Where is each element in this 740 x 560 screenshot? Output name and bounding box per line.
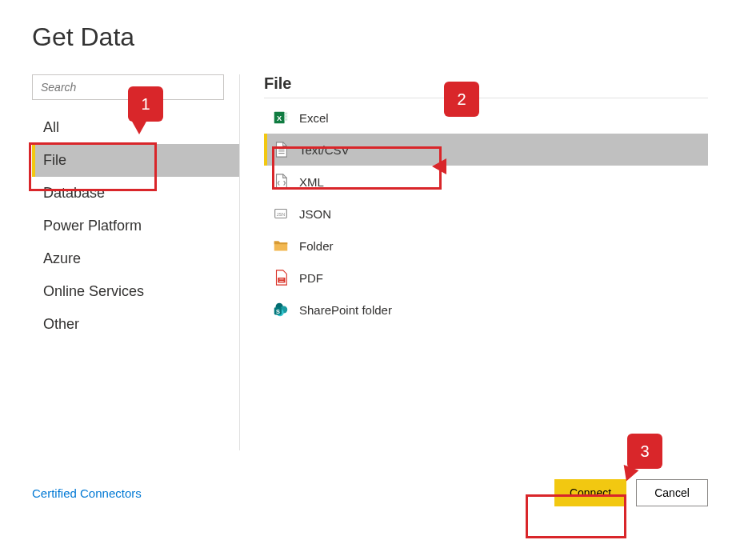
- connector-xml[interactable]: XML: [264, 166, 708, 198]
- svg-rect-4: [285, 118, 288, 121]
- connector-panel: File X Excel: [264, 74, 708, 450]
- connector-label: Folder: [299, 239, 334, 253]
- connector-list: X Excel: [264, 102, 708, 326]
- connector-label: Text/CSV: [299, 143, 350, 157]
- category-label: Azure: [43, 250, 81, 266]
- folder-icon: [272, 237, 290, 254]
- connector-label: PDF: [299, 271, 323, 285]
- connector-excel[interactable]: X Excel: [264, 102, 708, 134]
- connector-label: JSON: [299, 207, 331, 221]
- svg-rect-3: [285, 115, 288, 118]
- dialog-title: Get Data: [32, 22, 708, 52]
- connector-json[interactable]: JSN JSON: [264, 198, 708, 230]
- connect-button[interactable]: Connect: [554, 479, 626, 506]
- json-icon: JSN: [272, 205, 290, 222]
- svg-rect-10: [278, 278, 285, 282]
- svg-text:S: S: [276, 308, 280, 315]
- cancel-button[interactable]: Cancel: [636, 479, 708, 506]
- connector-label: XML: [299, 175, 324, 189]
- button-row: Connect Cancel: [554, 479, 708, 506]
- sharepoint-icon: S: [272, 301, 290, 318]
- category-label: File: [43, 152, 66, 168]
- svg-text:JSN: JSN: [277, 212, 285, 217]
- certified-connectors-link[interactable]: Certified Connectors: [32, 486, 142, 500]
- connector-textcsv[interactable]: Text/CSV: [264, 134, 708, 166]
- category-sidebar: All File Database Power Platform Azure O…: [32, 74, 240, 450]
- category-file[interactable]: File: [32, 144, 239, 177]
- search-input[interactable]: [32, 74, 224, 100]
- category-label: All: [43, 119, 59, 135]
- section-heading: File: [264, 74, 708, 98]
- category-other[interactable]: Other: [32, 308, 239, 341]
- connector-pdf[interactable]: PDF: [264, 262, 708, 294]
- main-area: All File Database Power Platform Azure O…: [32, 74, 708, 450]
- excel-icon: X: [272, 109, 290, 126]
- dialog-footer: Certified Connectors Connect Cancel: [32, 479, 708, 506]
- textcsv-icon: [272, 141, 290, 158]
- category-label: Online Services: [43, 283, 144, 299]
- svg-text:X: X: [277, 114, 282, 122]
- svg-rect-2: [285, 113, 288, 115]
- category-label: Other: [43, 316, 79, 332]
- category-list: All File Database Power Platform Azure O…: [32, 111, 239, 341]
- category-database[interactable]: Database: [32, 177, 239, 210]
- category-label: Database: [43, 185, 105, 201]
- category-all[interactable]: All: [32, 111, 239, 144]
- category-azure[interactable]: Azure: [32, 242, 239, 275]
- pdf-icon: [272, 269, 290, 286]
- category-label: Power Platform: [43, 218, 142, 234]
- connector-label: Excel: [299, 111, 329, 125]
- get-data-dialog: Get Data All File Database Power Platfor…: [0, 0, 740, 522]
- category-online-services[interactable]: Online Services: [32, 275, 239, 308]
- xml-icon: [272, 173, 290, 190]
- connector-sharepoint-folder[interactable]: S SharePoint folder: [264, 294, 708, 326]
- category-power-platform[interactable]: Power Platform: [32, 210, 239, 242]
- connector-folder[interactable]: Folder: [264, 230, 708, 262]
- connector-label: SharePoint folder: [299, 303, 392, 317]
